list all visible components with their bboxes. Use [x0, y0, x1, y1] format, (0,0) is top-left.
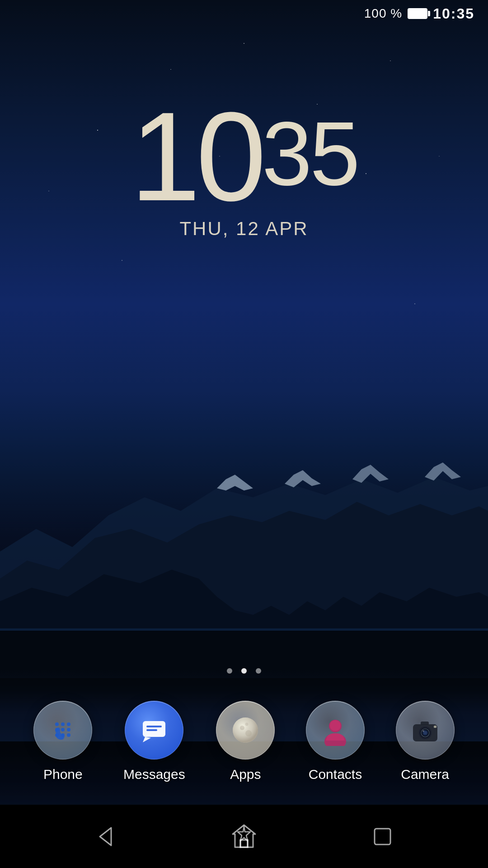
svg-marker-4 [285, 470, 321, 487]
apps-app-icon[interactable] [216, 701, 275, 760]
clock-hours: 10 [130, 99, 262, 213]
svg-rect-38 [434, 726, 436, 728]
clock-time-display: 10 35 [0, 99, 488, 213]
phone-label: Phone [43, 767, 83, 782]
svg-marker-6 [425, 462, 461, 481]
page-dot-3[interactable] [256, 668, 261, 674]
svg-point-24 [240, 726, 244, 730]
svg-marker-19 [143, 737, 151, 742]
battery-fill [408, 9, 427, 18]
svg-rect-20 [146, 726, 162, 727]
battery-percentage: 100 % [364, 6, 402, 21]
mountain-backdrop [0, 407, 488, 678]
page-dot-2[interactable] [241, 668, 247, 674]
svg-point-10 [61, 722, 65, 726]
status-bar: 100 % 10:35 [0, 0, 488, 27]
svg-point-11 [67, 722, 70, 726]
clock-date: THU, 12 APR [0, 218, 488, 240]
svg-rect-18 [143, 721, 165, 737]
svg-point-25 [245, 730, 252, 736]
dock-item-apps[interactable]: Apps [216, 701, 275, 782]
page-indicators [0, 668, 488, 674]
home-button[interactable] [221, 814, 267, 859]
messages-label: Messages [123, 767, 185, 782]
svg-point-9 [55, 722, 59, 726]
svg-marker-39 [100, 828, 111, 845]
battery-icon [408, 8, 427, 19]
status-time: 10:35 [433, 5, 474, 22]
camera-label: Camera [401, 767, 449, 782]
svg-rect-43 [240, 840, 248, 847]
dock-item-phone[interactable]: Phone [33, 701, 92, 782]
svg-rect-44 [375, 829, 390, 844]
page-dot-1[interactable] [227, 668, 232, 674]
dock-item-messages[interactable]: Messages [123, 701, 185, 782]
svg-point-14 [67, 728, 70, 731]
clock-widget: 10 35 THU, 12 APR [0, 99, 488, 240]
clock-minutes: 35 [262, 108, 357, 199]
messages-app-icon[interactable] [125, 701, 183, 760]
contacts-app-icon[interactable] [306, 701, 365, 760]
dock-item-contacts[interactable]: Contacts [306, 701, 365, 782]
dock: Phone Messages [0, 678, 488, 805]
contacts-label: Contacts [309, 767, 362, 782]
back-button[interactable] [83, 814, 128, 859]
svg-point-13 [61, 728, 65, 731]
recents-button[interactable] [360, 814, 405, 859]
svg-marker-3 [217, 475, 253, 491]
apps-label: Apps [230, 767, 261, 782]
svg-point-36 [422, 730, 424, 732]
svg-point-23 [233, 717, 258, 743]
svg-rect-37 [421, 722, 429, 725]
svg-point-29 [330, 720, 341, 731]
svg-point-26 [245, 723, 249, 726]
svg-marker-5 [352, 465, 389, 483]
svg-rect-21 [146, 729, 157, 731]
status-right: 100 % 10:35 [364, 5, 474, 22]
camera-app-icon[interactable] [396, 701, 455, 760]
navigation-bar [0, 805, 488, 868]
svg-rect-8 [0, 628, 488, 631]
svg-point-17 [67, 733, 70, 737]
phone-app-icon[interactable] [33, 701, 92, 760]
dock-item-camera[interactable]: Camera [396, 701, 455, 782]
